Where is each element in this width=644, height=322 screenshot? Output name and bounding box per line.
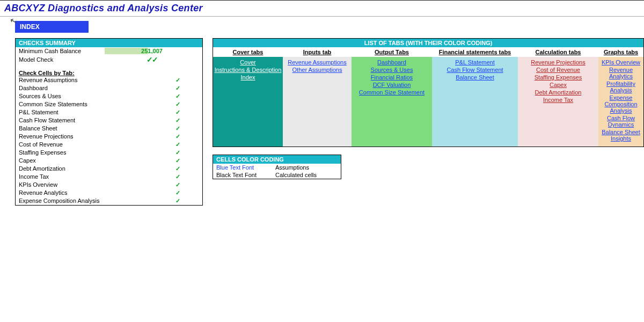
tab-link[interactable]: Cost of Revenue: [519, 66, 597, 74]
check-row-label: P&L Statement: [19, 108, 156, 116]
check-row: Debt Amortization: [16, 165, 202, 173]
check-row-label: Staffing Expenses: [19, 149, 156, 157]
tab-link[interactable]: Cover: [214, 58, 282, 66]
tab-link[interactable]: Cash Flow Dynamics: [599, 114, 642, 128]
model-check-status-icon: [105, 55, 199, 64]
check-row: Balance Sheet: [16, 125, 202, 133]
check-row-label: Common Size Statements: [19, 100, 156, 108]
color-coding-row: Blue Text FontAssumptions: [213, 164, 341, 171]
tabs-column: KPIs OverviewRevenue AnalyticsProfitabil…: [598, 57, 643, 147]
cells-color-coding-panel: CELLS COLOR CODING Blue Text FontAssumpt…: [213, 155, 341, 179]
check-row: Cost of Revenue: [16, 141, 202, 149]
tab-link[interactable]: Staffing Expenses: [519, 74, 597, 81]
tab-link[interactable]: Expense Composition Analysis: [599, 94, 642, 114]
check-row: Expense Composition Analysis: [16, 197, 202, 205]
check-ok-icon: [156, 76, 199, 84]
tab-link[interactable]: Cash Flow Statement: [433, 66, 517, 74]
check-ok-icon: [156, 116, 199, 125]
check-ok-icon: [156, 149, 199, 157]
min-cash-balance-value: 251,007: [105, 48, 199, 54]
check-ok-icon: [156, 165, 199, 173]
check-row: Capex: [16, 157, 202, 165]
tabs-column: P&L StatementCash Flow StatementBalance …: [432, 57, 518, 147]
tab-link[interactable]: Balance Sheet Insights: [599, 128, 642, 142]
cells-color-coding-heading: CELLS COLOR CODING: [213, 155, 341, 164]
tab-link[interactable]: Revenue Assumptions: [284, 58, 350, 66]
check-ok-icon: [156, 84, 199, 92]
check-ok-icon: [156, 125, 199, 133]
check-row: Dashboard: [16, 84, 202, 92]
tabs-column-header: Cover tabs: [213, 47, 283, 57]
check-row-label: Cash Flow Statement: [19, 116, 156, 125]
tab-link[interactable]: Dashboard: [353, 58, 431, 66]
checks-summary-panel: CHECKS SUMMARY Minimum Cash Balance 251,…: [15, 38, 203, 206]
check-row-label: Debt Amortization: [19, 165, 156, 173]
tab-link[interactable]: P&L Statement: [433, 58, 517, 66]
tab-link[interactable]: Instructions & Description: [214, 66, 282, 74]
check-row: Revenue Assumptions: [16, 76, 202, 84]
model-check-label: Model Check: [19, 56, 105, 63]
check-ok-icon: [156, 100, 199, 108]
check-ok-icon: [156, 133, 199, 141]
check-row-label: KPIs Overview: [19, 181, 156, 189]
font-style-meaning: Calculated cells: [275, 172, 317, 178]
check-row: Cash Flow Statement: [16, 116, 202, 125]
check-row: Staffing Expenses: [16, 149, 202, 157]
check-row-label: Cost of Revenue: [19, 141, 156, 149]
check-cells-by-tab-heading: Check Cells by Tab:: [16, 68, 202, 76]
tab-link[interactable]: Capex: [519, 81, 597, 89]
tabs-column: DashboardSources & UsesFinancial RatiosD…: [352, 57, 432, 147]
check-row-label: Balance Sheet: [19, 125, 156, 133]
tabs-column-header: Calculation tabs: [518, 47, 598, 57]
tab-link[interactable]: Profitability Analysis: [599, 80, 642, 94]
check-row: Income Tax: [16, 173, 202, 181]
check-ok-icon: [156, 197, 199, 205]
check-ok-icon: [156, 157, 199, 165]
check-row-label: Revenue Assumptions: [19, 76, 156, 84]
check-ok-icon: [156, 108, 199, 116]
tabs-list-panel: LIST OF TABS (WITH THEIR COLOR CODING) C…: [213, 38, 644, 147]
tab-link[interactable]: Sources & Uses: [353, 66, 431, 74]
tabs-column-header: Inputs tab: [283, 47, 352, 57]
tabs-column: Revenue ProjectionsCost of RevenueStaffi…: [518, 57, 598, 147]
check-ok-icon: [156, 173, 199, 181]
tab-link[interactable]: Other Assumptions: [284, 66, 350, 74]
check-row-label: Revenue Analytics: [19, 189, 156, 197]
font-style-label: Black Text Font: [216, 172, 275, 178]
tab-link[interactable]: Revenue Analytics: [599, 66, 642, 80]
check-row: Revenue Analytics: [16, 189, 202, 197]
check-row-label: Sources & Uses: [19, 92, 156, 100]
check-row: Revenue Projections: [16, 133, 202, 141]
check-row: Common Size Statements: [16, 100, 202, 108]
tabs-list-heading: LIST OF TABS (WITH THEIR COLOR CODING): [213, 39, 643, 47]
min-cash-balance-label: Minimum Cash Balance: [19, 48, 105, 54]
check-ok-icon: [156, 189, 199, 197]
tab-link[interactable]: Income Tax: [519, 96, 597, 104]
check-ok-icon: [156, 181, 199, 189]
tab-link[interactable]: Debt Amortization: [519, 89, 597, 96]
tab-link[interactable]: Balance Sheet: [433, 74, 517, 81]
page-title: ABCXYZ Diagnostics and Analysis Center: [4, 3, 203, 13]
font-style-meaning: Assumptions: [275, 164, 309, 171]
check-row-label: Income Tax: [19, 173, 156, 181]
font-style-label: Blue Text Font: [216, 164, 275, 171]
color-coding-row: Black Text FontCalculated cells: [213, 171, 341, 179]
tabs-column: Revenue AssumptionsOther Assumptions: [283, 57, 352, 147]
tab-link[interactable]: Index: [214, 74, 282, 81]
tabs-column: CoverInstructions & DescriptionIndex: [213, 57, 283, 147]
tab-link[interactable]: Revenue Projections: [519, 58, 597, 66]
check-row: KPIs Overview: [16, 181, 202, 189]
check-row-label: Expense Composition Analysis: [19, 197, 156, 205]
check-row-label: Capex: [19, 157, 156, 165]
tab-link[interactable]: Common Size Statement: [353, 89, 431, 96]
tab-link[interactable]: Financial Ratios: [353, 74, 431, 81]
index-section-header: INDEX: [15, 21, 89, 33]
tabs-column-header: Graphs tabs: [598, 47, 643, 57]
tab-link[interactable]: DCF Valuation: [353, 81, 431, 89]
tab-link[interactable]: KPIs Overview: [599, 58, 642, 66]
check-row: P&L Statement: [16, 108, 202, 116]
tabs-column-header: Output Tabs: [352, 47, 432, 57]
check-row-label: Dashboard: [19, 84, 156, 92]
checks-summary-heading: CHECKS SUMMARY: [16, 39, 202, 47]
check-ok-icon: [156, 141, 199, 149]
